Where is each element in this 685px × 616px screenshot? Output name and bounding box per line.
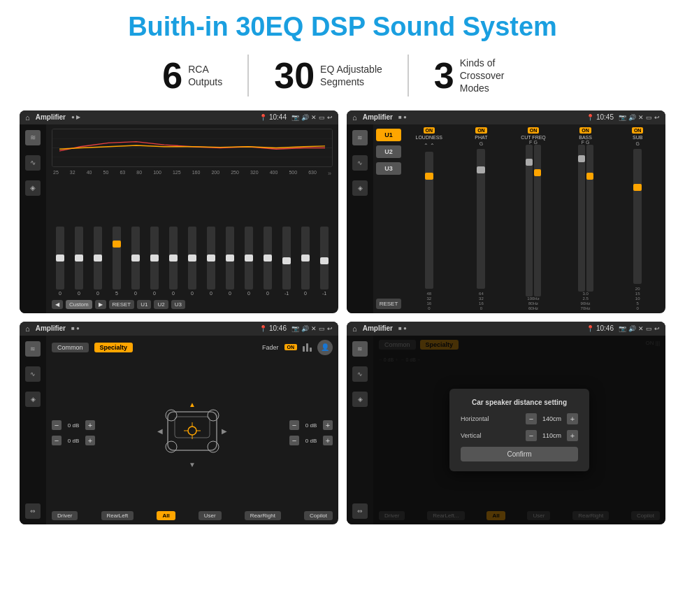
fader-common-tab[interactable]: Common bbox=[52, 343, 89, 352]
fader-vol2-plus[interactable]: + bbox=[85, 436, 95, 445]
fader-vol-row-2: − 0 dB + bbox=[52, 436, 95, 445]
bass-slider-g[interactable] bbox=[586, 145, 593, 292]
fader-sidebar-eq-icon[interactable]: ≋ bbox=[25, 341, 41, 357]
eq-back-icon[interactable]: ↩ bbox=[327, 114, 333, 121]
eq-prev-btn[interactable]: ◀ bbox=[52, 300, 63, 309]
eq-sidebar-eq-icon[interactable]: ≋ bbox=[25, 130, 41, 145]
sub-slider[interactable] bbox=[633, 149, 642, 284]
cross-u3-btn[interactable]: U3 bbox=[376, 162, 401, 175]
cross-channel-loudness: ON LOUDNESS ⌃⌃ 48 32 16 0 bbox=[404, 127, 454, 310]
eq-app-title: Amplifier bbox=[36, 113, 66, 121]
dialog-confirm-button[interactable]: Confirm bbox=[461, 447, 578, 461]
fader-all-btn[interactable]: All bbox=[157, 511, 175, 520]
svg-point-6 bbox=[166, 410, 177, 421]
eq-slider-5: 0 bbox=[146, 227, 163, 296]
eq-thumb-10[interactable] bbox=[245, 255, 253, 262]
eq-thumb-6[interactable] bbox=[169, 255, 178, 262]
eq-thumb-12[interactable] bbox=[282, 257, 291, 264]
eq-thumb-13[interactable] bbox=[301, 255, 310, 262]
cross-sidebar-wave-icon[interactable]: ∿ bbox=[352, 155, 368, 171]
dialog-vertical-minus[interactable]: − bbox=[526, 430, 537, 441]
bass-slider-f[interactable] bbox=[578, 145, 585, 292]
eq-sidebar-wave-icon[interactable]: ∿ bbox=[25, 155, 41, 171]
fader-on-badge[interactable]: ON bbox=[284, 344, 298, 350]
fader-vol2-minus[interactable]: − bbox=[52, 436, 62, 445]
eq-thumb-14[interactable] bbox=[320, 257, 329, 264]
dialog-back-icon[interactable]: ↩ bbox=[654, 325, 660, 332]
fader-time: 10:46 bbox=[269, 324, 287, 332]
fader-sidebar: ≋ ∿ ◈ ⇔ bbox=[20, 336, 46, 524]
cross-sidebar-eq-icon[interactable]: ≋ bbox=[352, 130, 368, 145]
cross-back-icon[interactable]: ↩ bbox=[654, 114, 660, 121]
fader-copilot-btn[interactable]: Copilot bbox=[304, 511, 333, 520]
cross-channel-phat: ON PHAT G 64 32 16 0 bbox=[456, 127, 507, 310]
dialog-sidebar-eq-icon[interactable]: ≋ bbox=[352, 341, 368, 357]
fader-user-btn[interactable]: User bbox=[199, 511, 222, 520]
fader-vol3-plus[interactable]: + bbox=[323, 420, 333, 430]
cutfreq-slider-f[interactable] bbox=[526, 145, 533, 296]
dialog-horizontal-plus[interactable]: + bbox=[567, 413, 578, 424]
stat-rca: 6 RCAOutputs bbox=[137, 57, 247, 94]
eq-thumb-4[interactable] bbox=[131, 255, 140, 262]
eq-play-btn[interactable]: ▶ bbox=[95, 300, 106, 309]
sub-thumb[interactable] bbox=[633, 184, 642, 191]
cutfreq-on-badge[interactable]: ON bbox=[528, 127, 540, 134]
eq-u2-btn[interactable]: U2 bbox=[154, 300, 168, 309]
eq-u3-btn[interactable]: U3 bbox=[171, 300, 185, 309]
fader-left-vols: − 0 dB + − 0 dB + bbox=[52, 359, 95, 507]
eq-thumb-11[interactable] bbox=[264, 255, 272, 262]
fader-vol1-minus[interactable]: − bbox=[52, 420, 62, 430]
sub-on-badge[interactable]: ON bbox=[632, 127, 644, 134]
eq-thumb-2[interactable] bbox=[94, 255, 102, 262]
fader-vol4-minus[interactable]: − bbox=[289, 436, 299, 445]
cutfreq-slider-g[interactable] bbox=[534, 145, 541, 296]
eq-thumb-5[interactable] bbox=[150, 255, 159, 262]
fader-vol3-minus[interactable]: − bbox=[289, 420, 299, 430]
eq-location-icon: 📍 bbox=[259, 114, 267, 121]
eq-home-icon[interactable]: ⌂ bbox=[25, 113, 30, 122]
fader-sidebar-expand-icon[interactable]: ⇔ bbox=[25, 503, 41, 519]
cross-u2-btn[interactable]: U2 bbox=[376, 145, 401, 158]
eq-thumb-0[interactable] bbox=[56, 255, 64, 262]
dialog-home-icon[interactable]: ⌂ bbox=[352, 324, 357, 333]
cross-u1-btn[interactable]: U1 bbox=[376, 129, 401, 141]
dialog-sidebar-vol-icon[interactable]: ◈ bbox=[352, 392, 368, 407]
fader-back-icon[interactable]: ↩ bbox=[327, 325, 333, 332]
eq-thumb-9[interactable] bbox=[226, 255, 234, 262]
eq-custom-btn[interactable]: Custom bbox=[66, 300, 92, 309]
fader-sidebar-wave-icon[interactable]: ∿ bbox=[25, 366, 41, 382]
eq-vol-icon: 🔊 bbox=[301, 114, 309, 121]
screens-grid: ⌂ Amplifier ● ▶ 📍 10:44 📷 🔊 ✕ ▭ ↩ ≋ ∿ bbox=[20, 110, 665, 524]
dialog-sidebar-expand-icon[interactable]: ⇔ bbox=[352, 503, 368, 519]
eq-thumb-3[interactable] bbox=[113, 241, 121, 248]
eq-thumb-1[interactable] bbox=[75, 255, 83, 262]
cross-reset-btn[interactable]: RESET bbox=[376, 299, 401, 309]
bass-on-badge[interactable]: ON bbox=[579, 127, 591, 134]
eq-u1-btn[interactable]: U1 bbox=[137, 300, 151, 309]
fader-sidebar-vol-icon[interactable]: ◈ bbox=[25, 392, 41, 407]
phat-slider[interactable] bbox=[477, 149, 485, 289]
fader-rearleft-btn[interactable]: RearLeft bbox=[101, 511, 134, 520]
cross-home-icon[interactable]: ⌂ bbox=[352, 113, 357, 122]
eq-thumb-7[interactable] bbox=[188, 255, 196, 262]
fader-driver-btn[interactable]: Driver bbox=[52, 511, 78, 520]
fader-specialty-tab[interactable]: Specialty bbox=[94, 343, 134, 352]
fader-avatar-icon[interactable]: 👤 bbox=[317, 340, 333, 355]
dialog-horizontal-minus[interactable]: − bbox=[526, 413, 537, 424]
fader-vol4-value: 0 dB bbox=[301, 438, 321, 444]
dialog-vertical-plus[interactable]: + bbox=[567, 430, 578, 441]
loudness-slider[interactable] bbox=[425, 152, 433, 289]
loudness-on-badge[interactable]: ON bbox=[424, 127, 435, 134]
eq-sidebar-vol-icon[interactable]: ◈ bbox=[25, 180, 41, 196]
cross-sidebar-vol-icon[interactable]: ◈ bbox=[352, 180, 368, 196]
phat-on-badge[interactable]: ON bbox=[475, 127, 487, 134]
eq-reset-btn[interactable]: RESET bbox=[109, 300, 135, 309]
dialog-sidebar-wave-icon[interactable]: ∿ bbox=[352, 366, 368, 382]
fader-home-icon[interactable]: ⌂ bbox=[25, 324, 30, 333]
eq-thumb-8[interactable] bbox=[207, 255, 215, 262]
phat-thumb[interactable] bbox=[477, 166, 485, 173]
loudness-thumb[interactable] bbox=[425, 173, 433, 180]
fader-rearright-btn[interactable]: RearRight bbox=[245, 511, 281, 520]
fader-vol4-plus[interactable]: + bbox=[323, 436, 333, 445]
fader-vol1-plus[interactable]: + bbox=[85, 420, 95, 430]
